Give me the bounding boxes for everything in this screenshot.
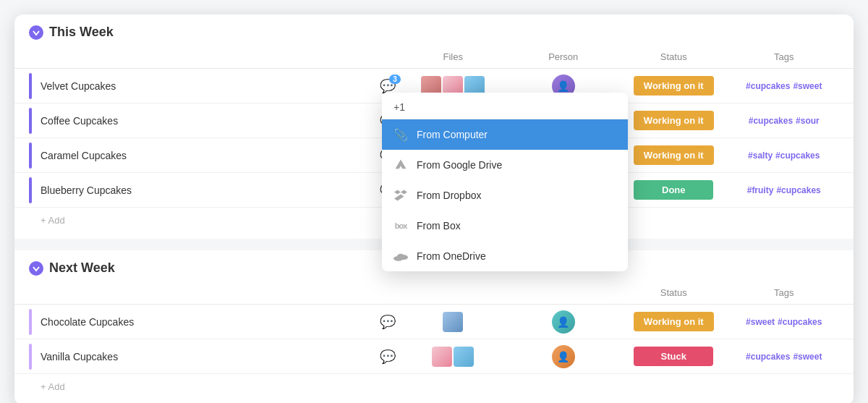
dropdown-item-onedrive[interactable]: From OneDrive <box>382 241 628 271</box>
tags-cell: #sweet #cupcakes <box>729 314 840 330</box>
table-row: Vanilla Cupcakes 💬 👤 Stuck #cupcakes #sw… <box>14 339 854 374</box>
col-person: Person <box>509 48 619 65</box>
status-badge[interactable]: Working on it <box>634 312 714 331</box>
dropdown-item-computer[interactable]: 📎 From Computer <box>382 119 628 150</box>
task-name-cell: Velvet Cupcakes 💬 3 <box>29 73 398 99</box>
tag: #cupcakes <box>776 185 820 195</box>
task-name: Velvet Cupcakes <box>41 80 378 92</box>
file-thumb <box>454 347 474 367</box>
task-name: Chocolate Cupcakes <box>41 316 378 328</box>
dropdown-item-label: From Box <box>417 220 461 232</box>
paperclip-icon: 📎 <box>393 127 408 142</box>
tag: #cupcakes <box>778 317 822 327</box>
dropdown-item-gdrive[interactable]: From Google Drive <box>382 150 628 180</box>
col-status: Status <box>618 284 729 301</box>
status-cell: Working on it <box>618 145 729 165</box>
task-bar <box>29 344 32 370</box>
col-name <box>29 48 398 65</box>
task-bar <box>29 73 32 99</box>
task-name: Blueberry Cupcakes <box>41 184 378 196</box>
file-thumb <box>443 312 463 332</box>
file-upload-dropdown: +1 📎 From Computer From Google Drive Fro… <box>382 93 628 271</box>
status-cell: Stuck <box>618 347 729 366</box>
col-name <box>29 284 398 301</box>
tag: #sour <box>796 116 820 126</box>
tags-cell: #cupcakes #sweet <box>729 349 840 365</box>
status-badge[interactable]: Working on it <box>634 145 714 165</box>
col-person <box>509 284 619 301</box>
dropdown-item-dropbox[interactable]: From Dropbox <box>382 180 628 211</box>
tags-cell: #cupcakes #sour <box>729 113 840 129</box>
col-status: Status <box>618 48 729 65</box>
google-drive-icon <box>393 158 408 172</box>
tags-cell: #fruity #cupcakes <box>729 182 840 198</box>
file-thumb <box>432 347 452 367</box>
person-cell: 👤 <box>509 310 619 334</box>
status-badge[interactable]: Stuck <box>634 347 713 366</box>
task-name: Vanilla Cupcakes <box>41 351 378 362</box>
table-row: Chocolate Cupcakes 💬 👤 Working on it #sw… <box>14 305 854 339</box>
dropdown-item-label: From Google Drive <box>417 159 502 171</box>
chevron-down-icon <box>29 261 43 276</box>
chat-icon[interactable]: 💬 <box>378 347 398 367</box>
task-name-cell: Vanilla Cupcakes 💬 <box>29 344 398 370</box>
avatar: 👤 <box>552 345 575 368</box>
tag: #cupcakes <box>746 81 790 91</box>
col-tags: Tags <box>729 284 840 301</box>
onedrive-icon <box>393 249 408 263</box>
next-week-title: Next Week <box>49 260 115 276</box>
chat-icon[interactable]: 💬 <box>378 312 398 332</box>
chat-badge: 3 <box>389 75 401 84</box>
tag: #sweet <box>746 317 775 327</box>
status-cell: Done <box>618 180 729 200</box>
tag: #fruity <box>747 185 774 195</box>
tag: #cupcakes <box>775 150 820 161</box>
dropdown-header: +1 <box>382 93 628 119</box>
status-badge[interactable]: Done <box>634 180 713 200</box>
tag: #cupcakes <box>749 116 793 126</box>
tag: #sweet <box>793 81 822 91</box>
task-name-cell: Caramel Cupcakes 💬 <box>29 143 398 169</box>
app-container: This Week Files Person Status Tags Velve… <box>14 14 854 403</box>
box-icon: box <box>393 219 408 233</box>
task-name-cell: Chocolate Cupcakes 💬 <box>29 309 398 335</box>
person-cell: 👤 <box>509 345 619 368</box>
files-cell <box>398 312 509 332</box>
status-cell: Working on it <box>618 111 729 130</box>
task-bar <box>29 108 32 134</box>
task-name-cell: Blueberry Cupcakes 💬 <box>29 177 398 203</box>
status-badge[interactable]: Working on it <box>634 111 714 130</box>
col-tags: Tags <box>729 48 840 65</box>
dropdown-item-label: From Computer <box>417 129 488 140</box>
tag: #sweet <box>793 352 822 362</box>
col-files <box>398 284 509 301</box>
task-bar <box>29 309 32 335</box>
this-week-header: This Week <box>14 14 854 46</box>
dropdown-item-box[interactable]: box From Box <box>382 211 628 241</box>
add-task-button[interactable]: + Add <box>14 374 854 399</box>
svg-point-0 <box>29 25 43 40</box>
task-name-cell: Coffee Cupcakes 💬 <box>29 108 398 134</box>
task-name: Coffee Cupcakes <box>41 115 378 127</box>
tag: #salty <box>748 150 773 161</box>
task-name: Caramel Cupcakes <box>41 150 378 161</box>
svg-point-4 <box>29 261 43 276</box>
next-week-section: Next Week Status Tags Chocolate Cupcakes… <box>14 250 854 403</box>
dropdown-item-label: From OneDrive <box>417 250 486 262</box>
this-week-columns: Files Person Status Tags <box>14 46 854 69</box>
tag: #cupcakes <box>746 352 790 362</box>
avatar: 👤 <box>552 310 575 334</box>
this-week-title: This Week <box>49 25 114 40</box>
next-week-columns: Status Tags <box>14 281 854 305</box>
status-badge[interactable]: Working on it <box>634 76 714 96</box>
dropbox-icon <box>393 188 408 203</box>
chevron-down-icon <box>29 25 43 40</box>
task-bar <box>29 177 32 203</box>
tags-cell: #salty #cupcakes <box>729 148 840 164</box>
col-files: Files <box>398 48 509 65</box>
dropdown-item-label: From Dropbox <box>417 190 481 201</box>
status-cell: Working on it <box>618 312 729 331</box>
files-cell <box>398 347 509 367</box>
svg-point-3 <box>397 254 404 259</box>
task-bar <box>29 143 32 169</box>
